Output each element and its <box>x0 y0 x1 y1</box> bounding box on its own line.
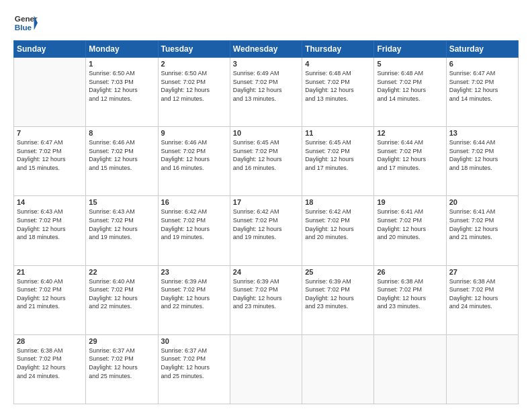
day-info: Sunrise: 6:39 AM Sunset: 7:02 PM Dayligh… <box>233 277 299 311</box>
day-number: 28 <box>17 337 83 345</box>
day-number: 29 <box>89 337 154 345</box>
day-info: Sunrise: 6:41 AM Sunset: 7:02 PM Dayligh… <box>377 208 443 241</box>
day-number: 10 <box>233 129 299 137</box>
day-number: 4 <box>305 60 371 68</box>
calendar-cell: 20Sunrise: 6:41 AM Sunset: 7:02 PM Dayli… <box>446 196 518 265</box>
calendar-cell: 17Sunrise: 6:42 AM Sunset: 7:02 PM Dayli… <box>230 196 302 265</box>
day-info: Sunrise: 6:48 AM Sunset: 7:02 PM Dayligh… <box>377 69 443 103</box>
day-number: 2 <box>161 60 227 68</box>
calendar-cell: 19Sunrise: 6:41 AM Sunset: 7:02 PM Dayli… <box>374 196 446 265</box>
day-number: 7 <box>17 129 83 137</box>
weekday-header-sunday: Sunday <box>14 41 86 58</box>
day-number: 27 <box>449 268 515 276</box>
day-number: 21 <box>17 268 83 276</box>
weekday-header-friday: Friday <box>374 41 446 58</box>
day-info: Sunrise: 6:39 AM Sunset: 7:02 PM Dayligh… <box>305 277 371 311</box>
day-info: Sunrise: 6:42 AM Sunset: 7:02 PM Dayligh… <box>233 208 299 241</box>
day-info: Sunrise: 6:47 AM Sunset: 7:02 PM Dayligh… <box>17 138 83 172</box>
day-info: Sunrise: 6:45 AM Sunset: 7:02 PM Dayligh… <box>305 138 371 172</box>
weekday-header-tuesday: Tuesday <box>158 41 230 58</box>
day-number: 25 <box>305 268 371 276</box>
calendar-cell: 2Sunrise: 6:50 AM Sunset: 7:02 PM Daylig… <box>158 58 230 127</box>
calendar-cell: 9Sunrise: 6:46 AM Sunset: 7:02 PM Daylig… <box>158 127 230 196</box>
weekday-header-thursday: Thursday <box>302 41 374 58</box>
day-number: 6 <box>449 60 515 68</box>
calendar-cell: 16Sunrise: 6:42 AM Sunset: 7:02 PM Dayli… <box>158 196 230 265</box>
day-info: Sunrise: 6:40 AM Sunset: 7:02 PM Dayligh… <box>89 277 154 311</box>
calendar-cell: 26Sunrise: 6:38 AM Sunset: 7:02 PM Dayli… <box>374 265 446 334</box>
day-info: Sunrise: 6:38 AM Sunset: 7:02 PM Dayligh… <box>17 347 83 380</box>
day-number: 1 <box>89 60 154 68</box>
day-number: 18 <box>305 198 371 206</box>
calendar-cell: 29Sunrise: 6:37 AM Sunset: 7:02 PM Dayli… <box>86 334 158 404</box>
calendar-cell <box>446 334 518 404</box>
day-number: 8 <box>89 129 154 137</box>
calendar-cell: 7Sunrise: 6:47 AM Sunset: 7:02 PM Daylig… <box>14 127 86 196</box>
week-row-5: 28Sunrise: 6:38 AM Sunset: 7:02 PM Dayli… <box>14 334 519 404</box>
day-number: 26 <box>377 268 443 276</box>
week-row-1: 1Sunrise: 6:50 AM Sunset: 7:03 PM Daylig… <box>14 58 519 127</box>
calendar-cell: 15Sunrise: 6:43 AM Sunset: 7:02 PM Dayli… <box>86 196 158 265</box>
day-number: 9 <box>161 129 227 137</box>
calendar-cell <box>374 334 446 404</box>
day-number: 11 <box>305 129 371 137</box>
calendar-cell: 6Sunrise: 6:47 AM Sunset: 7:02 PM Daylig… <box>446 58 518 127</box>
day-number: 16 <box>161 198 227 206</box>
calendar-cell <box>14 58 86 127</box>
day-number: 22 <box>89 268 154 276</box>
day-number: 23 <box>161 268 227 276</box>
weekday-header-wednesday: Wednesday <box>230 41 302 58</box>
day-number: 20 <box>449 198 515 206</box>
day-info: Sunrise: 6:40 AM Sunset: 7:02 PM Dayligh… <box>17 277 83 311</box>
calendar-cell: 22Sunrise: 6:40 AM Sunset: 7:02 PM Dayli… <box>86 265 158 334</box>
day-info: Sunrise: 6:39 AM Sunset: 7:02 PM Dayligh… <box>161 277 227 311</box>
calendar-cell: 25Sunrise: 6:39 AM Sunset: 7:02 PM Dayli… <box>302 265 374 334</box>
calendar-cell: 30Sunrise: 6:37 AM Sunset: 7:02 PM Dayli… <box>158 334 230 404</box>
day-info: Sunrise: 6:50 AM Sunset: 7:03 PM Dayligh… <box>89 69 154 103</box>
day-number: 24 <box>233 268 299 276</box>
weekday-header-monday: Monday <box>86 41 158 58</box>
calendar-cell: 10Sunrise: 6:45 AM Sunset: 7:02 PM Dayli… <box>230 127 302 196</box>
week-row-3: 14Sunrise: 6:43 AM Sunset: 7:02 PM Dayli… <box>14 196 519 265</box>
weekday-header-saturday: Saturday <box>446 41 518 58</box>
calendar-cell: 23Sunrise: 6:39 AM Sunset: 7:02 PM Dayli… <box>158 265 230 334</box>
weekday-header-row: SundayMondayTuesdayWednesdayThursdayFrid… <box>14 41 519 58</box>
day-number: 30 <box>161 337 227 345</box>
calendar-cell: 28Sunrise: 6:38 AM Sunset: 7:02 PM Dayli… <box>14 334 86 404</box>
day-info: Sunrise: 6:46 AM Sunset: 7:02 PM Dayligh… <box>89 138 154 172</box>
day-info: Sunrise: 6:37 AM Sunset: 7:02 PM Dayligh… <box>161 347 227 380</box>
day-info: Sunrise: 6:44 AM Sunset: 7:02 PM Dayligh… <box>377 138 443 172</box>
day-info: Sunrise: 6:41 AM Sunset: 7:02 PM Dayligh… <box>449 208 515 241</box>
day-info: Sunrise: 6:46 AM Sunset: 7:02 PM Dayligh… <box>161 138 227 172</box>
day-info: Sunrise: 6:47 AM Sunset: 7:02 PM Dayligh… <box>449 69 515 103</box>
day-number: 5 <box>377 60 443 68</box>
day-info: Sunrise: 6:50 AM Sunset: 7:02 PM Dayligh… <box>161 69 227 103</box>
day-number: 17 <box>233 198 299 206</box>
calendar-cell <box>230 334 302 404</box>
day-info: Sunrise: 6:43 AM Sunset: 7:02 PM Dayligh… <box>89 208 154 241</box>
calendar-cell: 3Sunrise: 6:49 AM Sunset: 7:02 PM Daylig… <box>230 58 302 127</box>
calendar-table: SundayMondayTuesdayWednesdayThursdayFrid… <box>13 40 519 404</box>
day-number: 19 <box>377 198 443 206</box>
header: General Blue <box>13 11 519 35</box>
calendar-cell: 14Sunrise: 6:43 AM Sunset: 7:02 PM Dayli… <box>14 196 86 265</box>
calendar-cell: 1Sunrise: 6:50 AM Sunset: 7:03 PM Daylig… <box>86 58 158 127</box>
week-row-2: 7Sunrise: 6:47 AM Sunset: 7:02 PM Daylig… <box>14 127 519 196</box>
day-number: 15 <box>89 198 154 206</box>
day-number: 3 <box>233 60 299 68</box>
svg-text:Blue: Blue <box>15 23 32 32</box>
calendar-cell: 12Sunrise: 6:44 AM Sunset: 7:02 PM Dayli… <box>374 127 446 196</box>
calendar-cell: 11Sunrise: 6:45 AM Sunset: 7:02 PM Dayli… <box>302 127 374 196</box>
day-info: Sunrise: 6:43 AM Sunset: 7:02 PM Dayligh… <box>17 208 83 241</box>
calendar-cell: 5Sunrise: 6:48 AM Sunset: 7:02 PM Daylig… <box>374 58 446 127</box>
calendar-cell: 27Sunrise: 6:38 AM Sunset: 7:02 PM Dayli… <box>446 265 518 334</box>
day-info: Sunrise: 6:42 AM Sunset: 7:02 PM Dayligh… <box>161 208 227 241</box>
day-number: 12 <box>377 129 443 137</box>
calendar-cell: 18Sunrise: 6:42 AM Sunset: 7:02 PM Dayli… <box>302 196 374 265</box>
day-info: Sunrise: 6:38 AM Sunset: 7:02 PM Dayligh… <box>377 277 443 311</box>
day-info: Sunrise: 6:38 AM Sunset: 7:02 PM Dayligh… <box>449 277 515 311</box>
calendar-cell <box>302 334 374 404</box>
calendar-cell: 24Sunrise: 6:39 AM Sunset: 7:02 PM Dayli… <box>230 265 302 334</box>
day-info: Sunrise: 6:49 AM Sunset: 7:02 PM Dayligh… <box>233 69 299 103</box>
calendar-cell: 4Sunrise: 6:48 AM Sunset: 7:02 PM Daylig… <box>302 58 374 127</box>
